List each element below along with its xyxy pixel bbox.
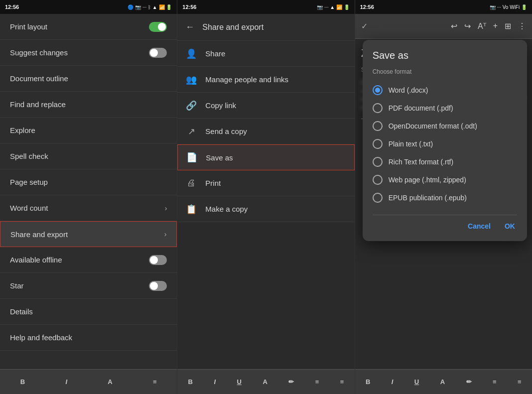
share-item-label-4: Save as (206, 153, 233, 162)
list-btn-3[interactable]: ≡ (518, 378, 522, 386)
menu-item-3[interactable]: Find and replace (0, 92, 177, 118)
dialog-subtitle: Choose format (373, 68, 517, 75)
menu-item-label-6: Page setup (10, 178, 48, 186)
share-item-2[interactable]: 🔗Copy link (177, 93, 354, 119)
share-item-label-5: Print (205, 179, 221, 187)
align-btn-2[interactable]: ≡ (315, 378, 319, 386)
share-item-4[interactable]: 📄Save as (177, 144, 354, 170)
menu-item-7[interactable]: Word count› (0, 195, 177, 221)
share-item-label-2: Copy link (205, 101, 236, 110)
toggle-0[interactable] (149, 22, 167, 32)
format-option-2[interactable]: OpenDocument format (.odt) (373, 117, 517, 135)
menu-item-label-2: Document outline (10, 74, 68, 83)
dialog-actions: Cancel OK (373, 215, 517, 233)
status-time-1: 12:56 (5, 4, 19, 10)
format-label-6: EPUB publication (.epub) (389, 194, 467, 202)
undo-icon[interactable]: ↩ (451, 21, 457, 31)
radio-inner-0 (375, 88, 380, 93)
format-label-0: Word (.docx) (389, 86, 428, 94)
share-item-1[interactable]: 👥Manage people and links (177, 67, 354, 93)
bold-btn-3[interactable]: B (366, 378, 370, 386)
format-option-4[interactable]: Rich Text format (.rtf) (373, 153, 517, 171)
color-btn-2[interactable]: A (263, 378, 267, 386)
layout-icon[interactable]: ⊞ (505, 21, 511, 31)
format-option-1[interactable]: PDF document (.pdf) (373, 99, 517, 117)
format-label-1: PDF document (.pdf) (389, 104, 453, 112)
menu-item-right-10 (149, 281, 167, 291)
ok-button[interactable]: OK (503, 219, 517, 233)
share-item-0[interactable]: 👤Share (177, 41, 354, 67)
align-btn-1[interactable]: ≡ (153, 378, 157, 386)
menu-item-8[interactable]: Share and export› (0, 221, 177, 247)
radio-outer-0[interactable] (373, 85, 383, 95)
menu-item-2[interactable]: Document outline (0, 66, 177, 92)
menu-item-9[interactable]: Available offline (0, 247, 177, 273)
menu-item-12[interactable]: Help and feedback (0, 325, 177, 351)
more-icon[interactable]: ⋮ (518, 21, 526, 31)
share-menu-title: Share and export (202, 23, 264, 32)
dialog-title: Save as (373, 50, 517, 61)
bottom-toolbar-1: B I A ≡ (0, 369, 177, 394)
status-icons-3: 📷 ··· Vo WiFi 🔋 (490, 4, 527, 10)
list-btn-2[interactable]: ≡ (340, 378, 344, 386)
radio-outer-6[interactable] (373, 193, 383, 203)
share-item-5[interactable]: 🖨Print (177, 170, 354, 196)
format-option-0[interactable]: Word (.docx) (373, 81, 517, 99)
radio-outer-4[interactable] (373, 157, 383, 167)
share-item-icon-1: 👥 (185, 74, 197, 85)
italic-btn-3[interactable]: I (392, 378, 394, 386)
panel-3: 12:56 📷 ··· Vo WiFi 🔋 ✓ ↩ ↪ Aᵀ + ⊞ ⋮ ZEE… (355, 0, 532, 394)
radio-outer-2[interactable] (373, 121, 383, 131)
redo-icon[interactable]: ↪ (464, 21, 471, 31)
italic-btn-2[interactable]: I (214, 378, 216, 386)
menu-item-right-7: › (165, 204, 167, 212)
cancel-button[interactable]: Cancel (466, 219, 493, 233)
underline-btn-2[interactable]: U (237, 378, 242, 386)
menu-item-0[interactable]: Print layout (0, 14, 177, 40)
toggle-10[interactable] (149, 281, 167, 291)
format-option-5[interactable]: Web page (.html, zipped) (373, 171, 517, 189)
share-menu-panel: ← Share and export 👤Share👥Manage people … (177, 14, 354, 222)
pen-btn-3[interactable]: ✏ (466, 378, 472, 386)
status-icons-2: 📷 ··· ▲ 📶 🔋 (317, 4, 349, 10)
format-label-4: Rich Text format (.rtf) (389, 158, 453, 166)
radio-outer-5[interactable] (373, 175, 383, 185)
app-container: 12:56 🔵 📷 ··· ᛒ ▲ 📶 🔋 ✓ ZEE Substo geZEE… (0, 0, 532, 394)
format-option-6[interactable]: EPUB publication (.epub) (373, 189, 517, 207)
text-format-icon[interactable]: Aᵀ (478, 21, 486, 31)
color-btn-3[interactable]: A (440, 378, 445, 386)
format-option-3[interactable]: Plain text (.txt) (373, 135, 517, 153)
italic-btn-1[interactable]: I (65, 378, 67, 386)
menu-item-4[interactable]: Explore (0, 118, 177, 143)
menu-item-11[interactable]: Details (0, 299, 177, 325)
radio-outer-3[interactable] (373, 139, 383, 149)
menu-item-5[interactable]: Spell check (0, 143, 177, 169)
toggle-9[interactable] (149, 255, 167, 265)
share-item-icon-3: ↗ (185, 126, 197, 137)
menu-item-1[interactable]: Suggest changes (0, 40, 177, 66)
add-icon[interactable]: + (493, 21, 498, 31)
menu-item-label-3: Find and replace (10, 100, 66, 109)
bottom-toolbar-2: B I U A ✏ ≡ ≡ (177, 369, 354, 394)
share-item-label-1: Manage people and links (205, 75, 288, 84)
back-icon[interactable]: ← (185, 22, 194, 32)
share-item-label-6: Make a copy (205, 205, 248, 213)
menu-item-right-0 (149, 22, 167, 32)
format-label-2: OpenDocument format (.odt) (389, 122, 477, 130)
underline-btn-3[interactable]: U (414, 378, 419, 386)
menu-item-label-12: Help and feedback (10, 333, 72, 342)
bold-btn-1[interactable]: B (20, 378, 25, 386)
radio-outer-1[interactable] (373, 103, 383, 113)
share-item-3[interactable]: ↗Send a copy (177, 119, 354, 144)
menu-item-6[interactable]: Page setup (0, 169, 177, 195)
format-btn-1[interactable]: A (108, 378, 112, 386)
bold-btn-2[interactable]: B (188, 378, 193, 386)
pen-btn-2[interactable]: ✏ (288, 378, 294, 386)
side-menu: Print layoutSuggest changesDocument outl… (0, 14, 177, 394)
menu-item-10[interactable]: Star (0, 273, 177, 299)
toggle-1[interactable] (149, 48, 167, 58)
share-item-6[interactable]: 📋Make a copy (177, 196, 354, 222)
menu-item-label-4: Explore (10, 126, 35, 134)
align-btn-3[interactable]: ≡ (493, 378, 497, 386)
save-as-dialog: Save as Choose format Word (.docx)PDF do… (363, 40, 527, 241)
